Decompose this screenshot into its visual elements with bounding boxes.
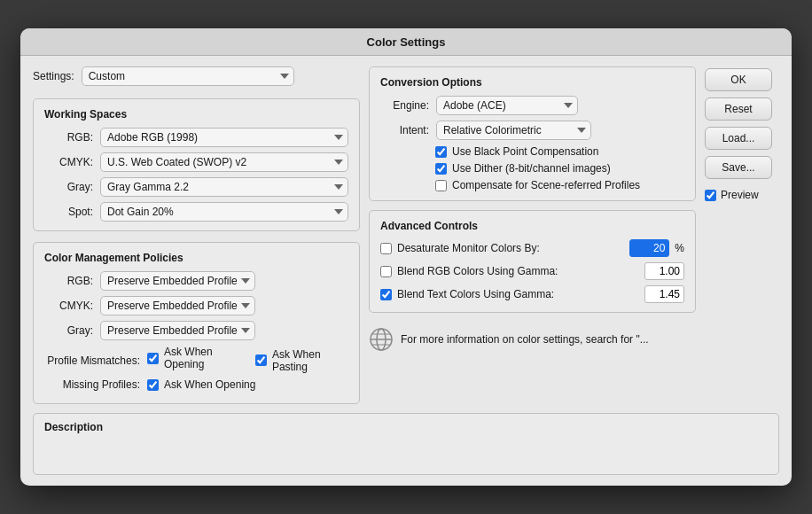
ask-opening-mismatch-label: Ask When Opening xyxy=(164,346,245,370)
rgb-row: RGB: Adobe RGB (1998) sRGB IEC61966-2.1 … xyxy=(44,128,348,147)
missing-profiles-row: Missing Profiles: Ask When Opening xyxy=(44,378,348,391)
ask-opening-mismatch-checkbox[interactable] xyxy=(147,353,159,364)
conversion-options-section: Conversion Options Engine: Adobe (ACE) M… xyxy=(369,66,696,201)
policy-rgb-label: RGB: xyxy=(44,275,93,287)
dialog-title: Color Settings xyxy=(367,35,446,49)
description-section: Description xyxy=(33,413,779,475)
black-point-checkbox[interactable] xyxy=(435,146,447,158)
left-panel: Settings: Custom North America General P… xyxy=(33,66,360,404)
missing-profiles-label: Missing Profiles: xyxy=(44,378,140,391)
ask-pasting-mismatch-checkbox[interactable] xyxy=(255,354,267,366)
reset-button[interactable]: Reset xyxy=(705,97,772,121)
blend-rgb-input[interactable] xyxy=(644,262,684,280)
desaturate-input[interactable] xyxy=(629,239,669,257)
missing-opening-checkbox[interactable] xyxy=(147,379,159,391)
compensate-checkbox[interactable] xyxy=(435,180,447,191)
rgb-label: RGB: xyxy=(44,131,93,144)
spot-dropdown[interactable]: Dot Gain 20% Dot Gain 10% xyxy=(100,202,348,222)
buttons-panel: OK Reset Load... Save... Preview xyxy=(705,66,779,404)
info-text: For more information on color settings, … xyxy=(401,333,649,346)
cmyk-row: CMYK: U.S. Web Coated (SWOP) v2 Coated F… xyxy=(44,152,348,172)
profile-mismatch-row: Profile Mismatches: Ask When Opening Ask… xyxy=(44,346,348,375)
advanced-controls-title: Advanced Controls xyxy=(380,220,684,232)
preview-row: Preview xyxy=(705,189,779,201)
blend-text-checkbox[interactable] xyxy=(380,289,392,300)
desaturate-row: Desaturate Monitor Colors By: % xyxy=(380,239,684,257)
spot-label: Spot: xyxy=(44,206,93,218)
policy-cmyk-dropdown[interactable]: Preserve Embedded Profiles Convert to Wo… xyxy=(100,296,255,315)
advanced-controls-section: Advanced Controls Desaturate Monitor Col… xyxy=(369,210,696,313)
ask-when-pasting-mismatch[interactable]: Ask When Pasting xyxy=(255,348,348,373)
dither-checkbox[interactable] xyxy=(435,163,447,175)
description-title: Description xyxy=(44,421,768,433)
gray-row: Gray: Gray Gamma 2.2 Gray Gamma 1.8 Dot … xyxy=(44,177,348,197)
globe-icon xyxy=(369,327,394,352)
gray-dropdown[interactable]: Gray Gamma 2.2 Gray Gamma 1.8 Dot Gain 1… xyxy=(100,177,348,197)
ask-pasting-mismatch-label: Ask When Pasting xyxy=(272,348,348,373)
settings-dropdown[interactable]: Custom North America General Purpose 2 M… xyxy=(82,66,294,86)
policy-rgb-dropdown[interactable]: Preserve Embedded Profiles Convert to Wo… xyxy=(100,271,255,291)
settings-row: Settings: Custom North America General P… xyxy=(33,66,360,86)
desaturate-label: Desaturate Monitor Colors By: xyxy=(397,242,624,254)
info-row: For more information on color settings, … xyxy=(369,327,696,352)
ok-button[interactable]: OK xyxy=(705,68,772,91)
engine-row: Engine: Adobe (ACE) Microsoft ICM xyxy=(380,96,684,115)
desaturate-unit: % xyxy=(675,242,684,254)
conversion-options-title: Conversion Options xyxy=(380,76,684,89)
dither-label: Use Dither (8-bit/channel images) xyxy=(452,162,611,175)
compensate-label: Compensate for Scene-referred Profiles xyxy=(452,179,640,191)
blend-text-row: Blend Text Colors Using Gamma: xyxy=(380,285,684,303)
working-spaces-title: Working Spaces xyxy=(44,108,348,121)
preview-text: Preview xyxy=(721,189,759,201)
policy-cmyk-row: CMYK: Preserve Embedded Profiles Convert… xyxy=(44,296,348,315)
cmyk-label: CMYK: xyxy=(44,156,93,168)
bottom-area: Description xyxy=(20,413,792,486)
spot-row: Spot: Dot Gain 20% Dot Gain 10% xyxy=(44,202,348,222)
title-bar: Color Settings xyxy=(20,28,792,56)
blend-rgb-row: Blend RGB Colors Using Gamma: xyxy=(380,262,684,280)
load-button[interactable]: Load... xyxy=(705,127,772,150)
rgb-dropdown[interactable]: Adobe RGB (1998) sRGB IEC61966-2.1 ProPh… xyxy=(100,128,348,147)
gray-label: Gray: xyxy=(44,181,93,193)
color-management-section: Color Management Policies RGB: Preserve … xyxy=(33,242,360,404)
missing-opening-label: Ask When Opening xyxy=(164,378,255,391)
policy-gray-row: Gray: Preserve Embedded Profiles Convert… xyxy=(44,321,348,340)
settings-label: Settings: xyxy=(33,70,74,82)
blend-text-input[interactable] xyxy=(644,285,684,303)
policy-gray-dropdown[interactable]: Preserve Embedded Profiles Convert to Wo… xyxy=(100,321,255,340)
right-panel: Conversion Options Engine: Adobe (ACE) M… xyxy=(369,66,696,404)
blend-text-label: Blend Text Colors Using Gamma: xyxy=(397,288,639,300)
policy-gray-label: Gray: xyxy=(44,324,93,337)
preview-label[interactable]: Preview xyxy=(705,189,759,201)
policy-rgb-row: RGB: Preserve Embedded Profiles Convert … xyxy=(44,271,348,291)
save-button[interactable]: Save... xyxy=(705,156,772,179)
intent-dropdown[interactable]: Relative Colorimetric Perceptual Saturat… xyxy=(436,121,591,140)
color-management-title: Color Management Policies xyxy=(44,252,348,264)
engine-label: Engine: xyxy=(380,99,429,112)
blend-rgb-label: Blend RGB Colors Using Gamma: xyxy=(397,265,639,277)
intent-label: Intent: xyxy=(380,124,429,136)
compensate-row[interactable]: Compensate for Scene-referred Profiles xyxy=(435,179,684,191)
working-spaces-section: Working Spaces RGB: Adobe RGB (1998) sRG… xyxy=(33,98,360,231)
missing-ask-when-opening[interactable]: Ask When Opening xyxy=(147,378,255,391)
preview-checkbox[interactable] xyxy=(705,190,716,201)
blend-rgb-checkbox[interactable] xyxy=(380,266,392,277)
engine-dropdown[interactable]: Adobe (ACE) Microsoft ICM xyxy=(436,96,578,115)
ask-when-opening-mismatch[interactable]: Ask When Opening xyxy=(147,346,245,370)
black-point-row[interactable]: Use Black Point Compensation xyxy=(435,145,684,158)
profile-mismatch-label: Profile Mismatches: xyxy=(44,354,140,367)
desaturate-checkbox[interactable] xyxy=(380,243,392,254)
black-point-label: Use Black Point Compensation xyxy=(452,145,598,158)
intent-row: Intent: Relative Colorimetric Perceptual… xyxy=(380,121,684,140)
cmyk-dropdown[interactable]: U.S. Web Coated (SWOP) v2 Coated FOGRA39 xyxy=(100,152,348,172)
dialog-body: Settings: Custom North America General P… xyxy=(20,56,792,413)
policy-cmyk-label: CMYK: xyxy=(44,300,93,312)
dither-row[interactable]: Use Dither (8-bit/channel images) xyxy=(435,162,684,175)
color-settings-dialog: Color Settings Settings: Custom North Am… xyxy=(20,28,792,486)
